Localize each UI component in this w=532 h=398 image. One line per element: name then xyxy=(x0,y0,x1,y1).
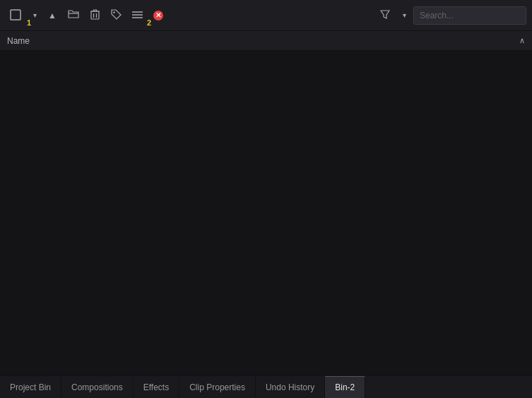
bin-2-tab[interactable]: Bin-2 xyxy=(325,376,365,398)
menu-button[interactable] xyxy=(127,6,147,25)
effects-tab[interactable]: Effects xyxy=(134,376,179,398)
up-arrow-icon: ▲ xyxy=(48,11,57,21)
filter-button[interactable] xyxy=(375,6,395,25)
sort-arrow-icon[interactable]: ∧ xyxy=(519,36,525,45)
filter-icon xyxy=(380,10,390,21)
open-folder-button[interactable] xyxy=(64,6,83,25)
new-item-button[interactable] xyxy=(6,6,25,25)
svg-rect-0 xyxy=(11,10,20,20)
search-input[interactable] xyxy=(413,6,526,25)
toolbar-right: ▾ xyxy=(375,6,526,25)
svg-point-4 xyxy=(113,11,114,13)
tag-icon xyxy=(111,9,122,22)
stop-button[interactable]: ✕ xyxy=(148,6,168,25)
compositions-tab[interactable]: Compositions xyxy=(61,376,134,398)
chevron-down-icon: ▾ xyxy=(33,11,37,19)
project-bin-tab[interactable]: Project Bin xyxy=(0,376,61,398)
up-button[interactable]: ▲ xyxy=(42,6,62,25)
new-item-icon xyxy=(10,9,21,22)
undo-history-tab[interactable]: Undo History xyxy=(256,376,325,398)
trash-icon xyxy=(90,9,100,22)
hamburger-icon xyxy=(132,10,143,21)
column-header: Name ∧ xyxy=(0,31,532,51)
folder-open-icon xyxy=(68,9,79,21)
toolbar: 1 ▾ ▲ xyxy=(0,0,532,31)
tag-button[interactable] xyxy=(106,6,126,25)
delete-button[interactable] xyxy=(85,6,105,25)
stop-icon: ✕ xyxy=(153,11,163,21)
dropdown-arrow-button[interactable]: ▾ xyxy=(28,6,41,25)
main-content-area xyxy=(0,51,532,375)
name-column-label: Name xyxy=(7,36,30,46)
clip-properties-tab[interactable]: Clip Properties xyxy=(179,376,256,398)
svg-rect-1 xyxy=(91,11,99,19)
tabs-bar: Project Bin Compositions Effects Clip Pr… xyxy=(0,375,532,398)
filter-dropdown-button[interactable]: ▾ xyxy=(398,6,410,25)
filter-chevron-icon: ▾ xyxy=(403,11,406,19)
